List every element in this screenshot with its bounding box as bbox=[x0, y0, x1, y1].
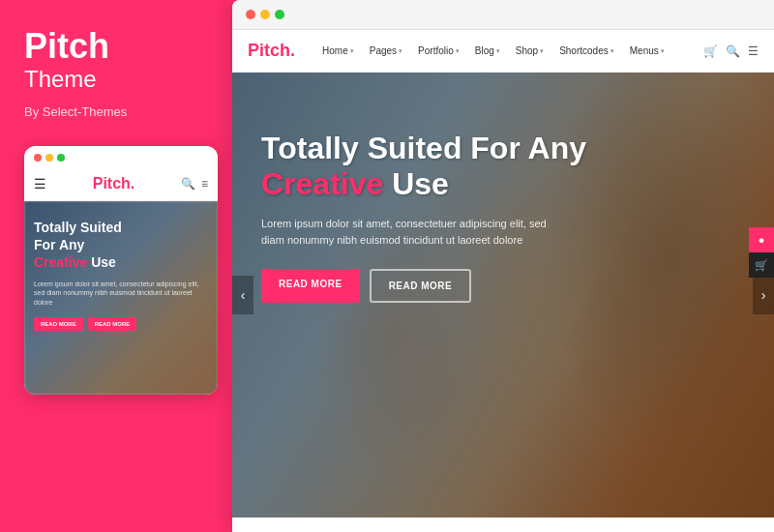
side-btn-1[interactable]: ● bbox=[749, 227, 774, 252]
mobile-logo: Pitch. bbox=[93, 175, 135, 192]
mobile-dot-yellow bbox=[45, 154, 53, 162]
nav-pages[interactable]: Pages ▾ bbox=[362, 45, 410, 56]
mobile-read-more-2[interactable]: READ MORE bbox=[88, 317, 137, 331]
nav-home[interactable]: Home ▾ bbox=[314, 45, 362, 56]
nav-shop[interactable]: Shop ▾ bbox=[508, 45, 551, 56]
brand-subtitle: Theme bbox=[24, 66, 216, 93]
desktop-hero-content: Totally Suited For Any Creative Use Lore… bbox=[261, 131, 697, 303]
desktop-read-more-2[interactable]: READ MORE bbox=[370, 269, 472, 303]
mobile-nav: ☰ Pitch. 🔍 ≡ bbox=[24, 167, 218, 201]
mobile-dot-red bbox=[34, 154, 42, 162]
left-panel: Pitch Theme By Select-Themes ☰ Pitch. 🔍 … bbox=[0, 0, 240, 532]
mobile-hero-content: Totally Suited For Any Creative Use Lore… bbox=[34, 219, 208, 331]
desktop-mockup: Pitch. Home ▾ Pages ▾ Portfolio ▾ Blog ▾… bbox=[232, 0, 774, 532]
desktop-top-bar bbox=[232, 0, 774, 30]
menu-icon[interactable]: ≡ bbox=[201, 177, 208, 191]
side-btn-2[interactable]: 🛒 bbox=[749, 252, 774, 278]
nav-portfolio[interactable]: Portfolio ▾ bbox=[410, 45, 467, 56]
mobile-top-bar bbox=[24, 146, 218, 167]
desktop-dot-red bbox=[246, 10, 255, 19]
desktop-nav: Pitch. Home ▾ Pages ▾ Portfolio ▾ Blog ▾… bbox=[232, 30, 774, 73]
slider-arrow-left[interactable]: ‹ bbox=[232, 276, 253, 314]
mobile-nav-icons: 🔍 ≡ bbox=[181, 177, 208, 191]
side-floating-buttons: ● 🛒 bbox=[749, 227, 774, 278]
desktop-hero-desc: Lorem ipsum dolor sit amet, consectetuer… bbox=[261, 216, 590, 250]
mobile-hero-title: Totally Suited For Any Creative Use bbox=[34, 219, 208, 272]
desktop-logo: Pitch. bbox=[248, 41, 295, 61]
brand-title: Pitch bbox=[24, 29, 216, 64]
brand-by: By Select-Themes bbox=[24, 104, 216, 119]
menu-icon[interactable]: ☰ bbox=[748, 44, 759, 58]
desktop-hero: ‹ › ● 🛒 Totally Suited For Any Creative … bbox=[232, 73, 774, 517]
nav-menus[interactable]: Menus ▾ bbox=[622, 45, 672, 56]
mobile-read-more-1[interactable]: READ MORE bbox=[34, 317, 83, 331]
desktop-dot-green bbox=[275, 10, 284, 19]
nav-blog[interactable]: Blog ▾ bbox=[467, 45, 508, 56]
nav-shortcodes[interactable]: Shortcodes ▾ bbox=[551, 45, 622, 56]
mobile-mockup: ☰ Pitch. 🔍 ≡ Totally Suited For Any Crea… bbox=[24, 146, 218, 395]
desktop-read-more-1[interactable]: READ MORE bbox=[261, 269, 360, 303]
desktop-hero-buttons: READ MORE READ MORE bbox=[261, 269, 697, 303]
desktop-hero-title: Totally Suited For Any Creative Use bbox=[261, 131, 697, 202]
desktop-nav-right: 🛒 🔍 ☰ bbox=[703, 44, 759, 58]
mobile-hero-desc: Lorem ipsum dolor sit amet, consectetur … bbox=[34, 280, 208, 308]
cart-icon[interactable]: 🛒 bbox=[703, 44, 718, 58]
desktop-dot-yellow bbox=[260, 10, 270, 19]
mobile-dot-green bbox=[57, 154, 65, 162]
search-icon[interactable]: 🔍 bbox=[726, 44, 740, 58]
desktop-nav-items: Home ▾ Pages ▾ Portfolio ▾ Blog ▾ Shop ▾… bbox=[314, 45, 703, 56]
mobile-hero: Totally Suited For Any Creative Use Lore… bbox=[24, 201, 218, 395]
search-icon[interactable]: 🔍 bbox=[181, 177, 195, 191]
slider-arrow-right[interactable]: › bbox=[753, 276, 774, 314]
hamburger-icon[interactable]: ☰ bbox=[34, 176, 46, 192]
mobile-hero-buttons: READ MORE READ MORE bbox=[34, 317, 208, 331]
